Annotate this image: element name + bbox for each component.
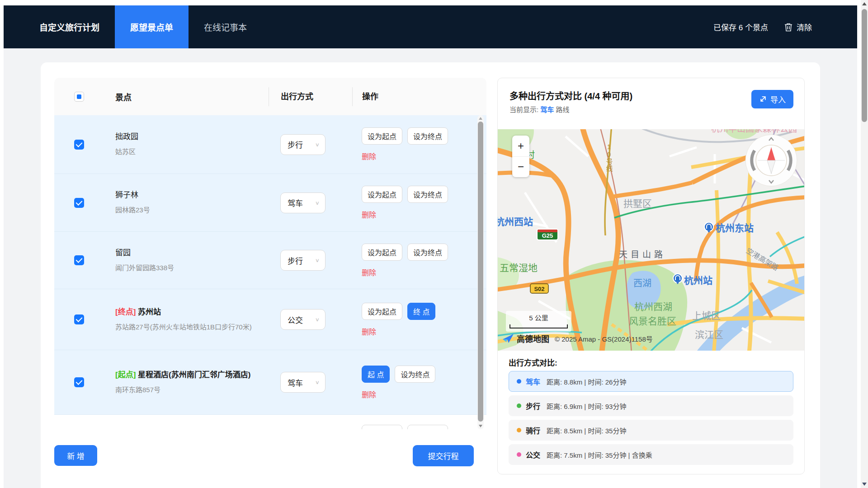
row-checkbox[interactable] — [74, 140, 84, 150]
delete-link[interactable]: 删除 — [362, 326, 486, 337]
tab-online-notebook[interactable]: 在线记事本 — [189, 5, 262, 48]
main-card: 景点 出行方式 操作 拙政园 姑苏区 步行∨ — [41, 62, 820, 488]
g25-badge: G25 — [537, 229, 558, 240]
browser-scrollbar-thumb[interactable] — [862, 9, 867, 122]
svg-text:S02: S02 — [534, 286, 544, 292]
mode-item-cycling[interactable]: 骑行 距离: 8.5km | 时间: 35分钟 — [509, 420, 793, 441]
mode-name: 骑行 — [526, 425, 540, 436]
walking-dot-icon — [517, 404, 521, 408]
spot-name: 苏州站 — [138, 308, 161, 316]
table-row-partial: 设为起点 设为终点 — [54, 415, 486, 429]
list-scroll-up-icon[interactable] — [479, 117, 482, 120]
table-row: [起点] 星程酒店(苏州南门汇邻广场酒店) 南环东路857号 驾车∨ 起 点 设… — [54, 350, 486, 415]
cycling-dot-icon — [517, 428, 521, 432]
select-all-checkbox[interactable] — [74, 92, 84, 102]
current-route-text: 当前显示: 驾车 路线 — [509, 104, 570, 114]
table-header-row: 景点 出行方式 操作 — [54, 78, 486, 115]
chevron-down-icon: ∨ — [315, 200, 320, 206]
header-spot: 景点 — [104, 91, 269, 103]
end-active-button[interactable]: 终 点 — [407, 303, 435, 320]
map-label-binjiang: 滨江区 — [695, 329, 723, 340]
mode-select[interactable]: 步行∨ — [280, 134, 326, 155]
set-start-button[interactable]: 设为起点 — [362, 303, 402, 320]
row-checkbox[interactable] — [74, 198, 84, 208]
chevron-down-icon: ∨ — [315, 258, 320, 263]
spot-address: 姑苏区 — [115, 147, 253, 157]
set-end-button[interactable]: 设为终点 — [407, 425, 448, 429]
zoom-out-button[interactable]: − — [512, 157, 529, 178]
browser-scrollbar[interactable] — [861, 0, 868, 488]
header-actions: 操作 — [352, 87, 486, 106]
map-scale-bar: 5 公里 — [506, 311, 571, 332]
map-label-wuchang-wetland: 五常湿地 — [500, 263, 538, 273]
endpoint-tag: [终点] — [115, 308, 136, 316]
map-label-hangzhou-station: 杭州站 — [684, 275, 712, 286]
mode-item-driving[interactable]: 驾车 距离: 8.8km | 时间: 26分钟 — [509, 371, 793, 392]
mode-select[interactable]: 驾车∨ — [280, 372, 326, 393]
mode-item-transit[interactable]: 公交 距离: 7.5km | 时间: 35分钟 | 含换乘 — [509, 444, 793, 465]
set-end-button[interactable]: 设为终点 — [407, 244, 448, 261]
set-end-button[interactable]: 设为终点 — [395, 366, 435, 383]
scroll-down-arrow-icon[interactable] — [862, 483, 867, 486]
amap-logo-icon — [502, 333, 514, 344]
mode-select[interactable]: 步行∨ — [280, 250, 326, 271]
transit-dot-icon — [517, 452, 521, 457]
list-scrollbar-thumb[interactable] — [478, 122, 483, 422]
list-scroll-down-icon[interactable] — [479, 425, 482, 427]
spot-name: 星程酒店(苏州南门汇邻广场酒店) — [138, 371, 250, 379]
set-end-button[interactable]: 设为终点 — [407, 127, 448, 145]
spot-address: 阊门外留园路338号 — [115, 263, 253, 273]
list-scrollbar[interactable] — [477, 115, 484, 429]
mode-select[interactable]: 驾车∨ — [280, 192, 326, 213]
svg-text:G25: G25 — [542, 232, 553, 239]
spot-name: 狮子林 — [115, 190, 253, 201]
map-attribution: 高德地图 © 2025 Amap - GS(2024)1158号 — [502, 333, 653, 344]
tab-custom-trip-plan[interactable]: 自定义旅行计划 — [24, 5, 115, 48]
set-start-button[interactable]: 设为起点 — [362, 127, 402, 145]
submit-trip-button[interactable]: 提交行程 — [413, 445, 474, 466]
tab-wishlist[interactable]: 愿望景点单 — [115, 5, 189, 48]
map-label-hangzhou-west-station: 杭州西站 — [498, 216, 533, 227]
row-checkbox[interactable] — [74, 314, 84, 324]
clear-label: 清除 — [797, 21, 812, 33]
chevron-down-icon: ∨ — [315, 380, 320, 385]
amap-logo-text: 高德地图 — [517, 333, 549, 344]
current-mode: 驾车 — [540, 106, 554, 113]
panel-title: 多种出行方式对比 (4/4 种可用) — [509, 89, 632, 102]
compass-control[interactable] — [745, 135, 797, 186]
table-row: 狮子林 园林路23号 驾车∨ 设为起点 设为终点 删除 — [54, 174, 486, 232]
map-label-scenic-2: 风景名胜区 — [629, 316, 676, 326]
set-start-button[interactable]: 设为起点 — [362, 186, 402, 203]
add-button[interactable]: 新 增 — [54, 445, 97, 466]
row-checkbox[interactable] — [74, 255, 84, 265]
mode-item-walking[interactable]: 步行 距离: 6.9km | 时间: 93分钟 — [509, 395, 793, 416]
spot-name: 留园 — [115, 248, 253, 259]
map-label-hangzhou-east-station: 杭州东站 — [716, 223, 754, 233]
delete-link[interactable]: 删除 — [362, 150, 486, 161]
route-compare-panel: 多种出行方式对比 (4/4 种可用) 当前显示: 驾车 路线 导入 — [497, 78, 805, 474]
start-active-button[interactable]: 起 点 — [362, 366, 390, 383]
spot-address: 苏站路27号(苏州火车站地铁站1B口步行70米) — [115, 322, 253, 333]
clear-button[interactable]: 清除 — [784, 21, 812, 33]
import-icon — [759, 95, 767, 103]
mode-select[interactable]: 公交∨ — [280, 309, 326, 330]
set-end-button[interactable]: 设为终点 — [407, 186, 448, 203]
delete-link[interactable]: 删除 — [362, 209, 486, 220]
app-viewport: 自定义旅行计划 愿望景点单 在线记事本 已保存 6 个景点 清除 景点 出行方式… — [0, 0, 868, 488]
delete-link[interactable]: 删除 — [362, 267, 486, 277]
scroll-up-arrow-icon[interactable] — [862, 2, 867, 5]
table-row: [终点] 苏州站 苏站路27号(苏州火车站地铁站1B口步行70米) 公交∨ 设为… — [54, 289, 486, 350]
row-checkbox[interactable] — [74, 377, 84, 387]
spot-address: 园林路23号 — [115, 205, 253, 216]
zoom-in-button[interactable]: + — [512, 136, 529, 157]
delete-link[interactable]: 删除 — [362, 389, 486, 399]
import-button[interactable]: 导入 — [751, 90, 793, 108]
table-scroll-area[interactable]: 拙政园 姑苏区 步行∨ 设为起点 设为终点 删除 — [54, 115, 486, 429]
map[interactable]: G25 S02 — [498, 129, 804, 351]
set-start-button[interactable]: 设为起点 — [362, 425, 402, 429]
copyright-text: © 2025 Amap - GS(2024)1158号 — [555, 334, 653, 343]
compare-title: 出行方式对比: — [509, 357, 557, 368]
set-start-button[interactable]: 设为起点 — [362, 244, 402, 261]
map-label-line10: 10号线 — [605, 143, 613, 172]
trash-icon — [784, 23, 793, 32]
